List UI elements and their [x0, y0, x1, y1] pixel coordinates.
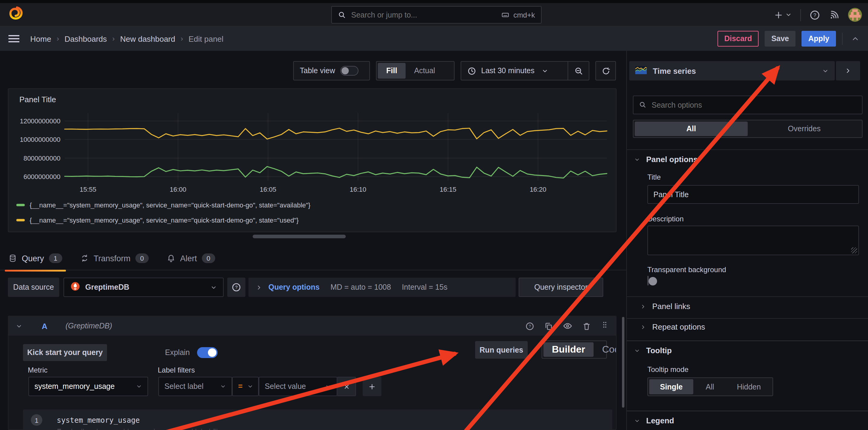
- chevron-right-icon: [640, 324, 646, 330]
- new-plus-button[interactable]: [774, 10, 792, 20]
- refresh-button[interactable]: [595, 61, 616, 81]
- menu-hamburger-icon[interactable]: [8, 35, 19, 42]
- tab-all[interactable]: All: [635, 121, 748, 136]
- svg-text:?: ?: [235, 285, 238, 290]
- discard-button[interactable]: Discard: [717, 31, 758, 47]
- breadcrumb-home[interactable]: Home: [30, 34, 51, 43]
- breadcrumb-dashboards[interactable]: Dashboards: [64, 34, 107, 43]
- svg-text:?: ?: [813, 12, 816, 18]
- tab-overrides[interactable]: Overrides: [748, 121, 861, 136]
- builder-option[interactable]: Builder: [544, 342, 594, 357]
- hide-response-eye-icon[interactable]: [563, 321, 572, 331]
- metric-select[interactable]: system_memory_usage: [28, 377, 148, 396]
- svg-text:16:05: 16:05: [259, 186, 276, 193]
- run-queries-button[interactable]: Run queries: [475, 341, 528, 359]
- tab-alert[interactable]: Alert 0: [167, 248, 215, 268]
- help-icon[interactable]: ?: [809, 9, 820, 20]
- chevron-up-icon[interactable]: [851, 34, 860, 43]
- query-tabs-bar: Query 1 Transform 0 Alert 0: [0, 248, 626, 270]
- tab-query[interactable]: Query 1: [8, 248, 62, 268]
- zoom-out-time-button[interactable]: [567, 62, 589, 80]
- options-search-box[interactable]: [633, 95, 863, 114]
- svg-text:15:55: 15:55: [80, 186, 96, 193]
- query-datasource-hint: (GreptimeDB): [66, 322, 112, 330]
- collapse-options-button[interactable]: [836, 61, 860, 81]
- divider: [627, 296, 868, 297]
- actions-divider: [842, 33, 843, 45]
- table-view-toggle[interactable]: [341, 66, 359, 76]
- breadcrumb-separator: ›: [181, 34, 183, 43]
- kick-start-query-button[interactable]: Kick start your query: [23, 344, 107, 361]
- visualization-picker[interactable]: Time series: [629, 61, 835, 81]
- horizontal-scrollbar[interactable]: [253, 235, 346, 238]
- global-search-box[interactable]: cmd+k: [331, 6, 541, 24]
- label-filters-label: Label filters: [158, 366, 195, 374]
- query-count-badge: 1: [49, 253, 62, 263]
- query-options-link[interactable]: Query options: [268, 283, 319, 291]
- query-help-icon[interactable]: ?: [525, 321, 534, 331]
- tab-transform[interactable]: Transform 0: [81, 248, 149, 268]
- grafana-logo-icon[interactable]: [8, 5, 24, 24]
- datasource-row: Data source GreptimeDB ? Query options M…: [8, 278, 617, 297]
- legend-section[interactable]: Legend: [634, 416, 674, 425]
- datasource-picker[interactable]: GreptimeDB: [63, 278, 224, 297]
- panel-options-section[interactable]: Panel options: [634, 155, 698, 164]
- fill-option[interactable]: Fill: [378, 63, 406, 79]
- operator-dropdown[interactable]: =: [232, 377, 259, 396]
- remove-filter-button[interactable]: [337, 377, 356, 396]
- legend-swatch-green: [16, 204, 25, 206]
- datasource-help-button[interactable]: ?: [227, 278, 245, 297]
- breadcrumb-separator: ›: [113, 34, 115, 43]
- chevron-right-icon[interactable]: [256, 284, 262, 291]
- user-avatar[interactable]: [848, 8, 862, 22]
- save-button[interactable]: Save: [765, 31, 796, 47]
- svg-text:8000000000: 8000000000: [24, 154, 60, 162]
- breadcrumb-new-dashboard[interactable]: New dashboard: [120, 34, 175, 43]
- explain-toggle[interactable]: [197, 347, 218, 358]
- apply-button[interactable]: Apply: [802, 31, 836, 47]
- repeat-options-section[interactable]: Repeat options: [640, 322, 705, 332]
- tooltip-hidden-option[interactable]: Hidden: [726, 379, 771, 394]
- duplicate-query-icon[interactable]: [544, 321, 553, 331]
- add-filter-button[interactable]: [363, 377, 381, 396]
- grafana-edit-panel-page: cmd+k ? Home › Dashboards ›: [0, 0, 868, 430]
- chevron-down-icon[interactable]: [16, 323, 22, 329]
- database-icon: [8, 254, 17, 262]
- query-inspector-button[interactable]: Query inspector: [519, 278, 603, 297]
- actual-option[interactable]: Actual: [406, 63, 444, 79]
- panel-title-input[interactable]: [647, 185, 859, 204]
- metric-label: Metric: [28, 366, 48, 374]
- svg-text:16:15: 16:15: [440, 186, 456, 193]
- builder-code-segmented: Builder Code: [541, 341, 607, 359]
- time-range-button[interactable]: Last 30 minutes: [461, 62, 567, 80]
- section-divider: [627, 411, 868, 411]
- fill-actual-segmented: Fill Actual: [376, 61, 455, 81]
- keyboard-shortcut-hint: cmd+k: [501, 10, 535, 19]
- tooltip-all-option[interactable]: All: [693, 379, 726, 394]
- title-label: Title: [647, 173, 661, 181]
- select-label-dropdown[interactable]: Select label: [158, 377, 232, 396]
- code-option[interactable]: Code: [594, 342, 617, 357]
- chevron-down-icon: [220, 383, 226, 390]
- news-rss-icon[interactable]: [829, 9, 840, 20]
- drag-handle-grip-icon[interactable]: [601, 320, 609, 332]
- options-search-input[interactable]: [652, 101, 857, 109]
- timeseries-panel: Panel Title 6000000000800000000010000000…: [8, 88, 617, 232]
- vertical-scrollbar[interactable]: [622, 317, 624, 408]
- query-row-header[interactable]: A (GreptimeDB) ?: [8, 316, 616, 336]
- tooltip-single-option[interactable]: Single: [649, 379, 693, 394]
- panel-links-section[interactable]: Panel links: [640, 302, 690, 311]
- description-textarea[interactable]: [647, 226, 859, 255]
- section-divider: [627, 341, 868, 341]
- tooltip-section[interactable]: Tooltip: [634, 346, 672, 355]
- textarea-resize-handle[interactable]: [851, 247, 857, 253]
- datasource-label: Data source: [8, 278, 59, 297]
- top-nav: cmd+k ?: [0, 3, 868, 27]
- legend-item-available[interactable]: {__name__="system_memory_usage", service…: [16, 201, 310, 209]
- legend-item-used[interactable]: {__name__="system_memory_usage", service…: [16, 217, 310, 224]
- select-value-dropdown[interactable]: Select value: [259, 377, 337, 396]
- global-search-input[interactable]: [351, 10, 496, 19]
- transparent-background-toggle[interactable]: [647, 276, 649, 285]
- timeseries-viz-icon: [635, 66, 647, 76]
- remove-query-trash-icon[interactable]: [582, 321, 591, 331]
